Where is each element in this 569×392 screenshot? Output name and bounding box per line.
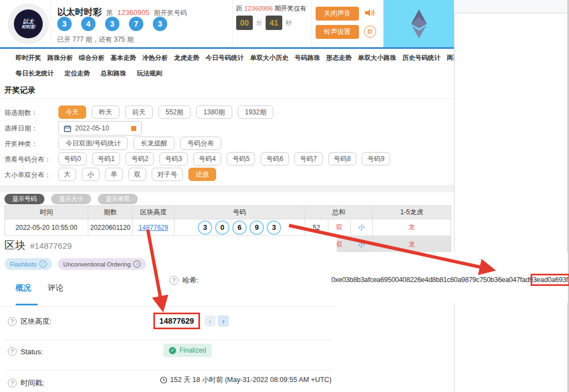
site-header: 以太 时时彩 以太时时彩 第 12360905 期开奖号码 34373 已开 7…: [0, 0, 454, 49]
nav-item[interactable]: 定位走势: [64, 69, 90, 78]
clock-icon: [160, 376, 167, 384]
col-header-dragon: 1-5龙虎: [373, 206, 451, 219]
period-pill[interactable]: 前天: [125, 105, 153, 119]
countdown-suffix: 期开奖仅有: [274, 5, 307, 12]
winning-number-ball: 3: [105, 17, 119, 31]
tab-comments[interactable]: 评论: [48, 283, 63, 293]
filter-label-type: 开奖种类：: [4, 139, 38, 149]
question-icon[interactable]: ?: [8, 379, 17, 388]
nav-item[interactable]: 形态走势: [326, 54, 352, 62]
winning-number-ball: 3: [153, 17, 167, 31]
period-pill[interactable]: 1932期: [238, 105, 274, 119]
col-header-issue: 期数: [88, 206, 133, 219]
dist-pill[interactable]: 号码7: [295, 152, 323, 165]
divider: [232, 0, 233, 47]
nav-item[interactable]: 综合分析: [79, 54, 104, 62]
period-pill[interactable]: 1380期: [196, 105, 232, 119]
show-numbers-button[interactable]: 显示号码: [4, 194, 44, 204]
cell-dragon: 龙: [373, 236, 451, 253]
col-header-sum: 总和: [305, 206, 373, 219]
dist-pill[interactable]: 号码2: [126, 152, 154, 165]
status-label-row: ? Status:: [8, 347, 43, 356]
type-pill[interactable]: 今日双面/号码统计: [58, 137, 128, 150]
nav-item[interactable]: 号码路珠: [295, 54, 320, 62]
dist-pill[interactable]: 号码0: [58, 152, 87, 165]
block-height-label-row: ? 区块高度:: [8, 316, 52, 326]
dist-pill[interactable]: 号码1: [92, 152, 121, 165]
date-picker[interactable]: 2022-05-10: [58, 121, 142, 135]
cell-sum: 52: [305, 219, 328, 236]
dist-pill[interactable]: 号码4: [193, 152, 222, 165]
question-icon[interactable]: ?: [169, 276, 178, 285]
period-pill[interactable]: 昨天: [92, 105, 119, 119]
nav-item[interactable]: 玩法规则: [137, 69, 162, 78]
next-block-button[interactable]: ›: [218, 315, 229, 326]
flashbots-badge-label: Flashbots: [10, 261, 37, 268]
bigsmall-pill[interactable]: 单: [105, 168, 123, 181]
timestamp-value: 152 天 18 小时前 (May-31-2022 08:09:55 AM +U…: [170, 375, 332, 385]
nav-item[interactable]: 单双大小历史: [250, 54, 288, 62]
dist-pill[interactable]: 号码5: [227, 152, 255, 165]
speaker-icon[interactable]: [364, 7, 375, 18]
cell-dual: 双: [328, 219, 351, 236]
type-pill[interactable]: 号码分布: [180, 137, 221, 150]
question-icon[interactable]: ?: [8, 317, 17, 326]
logo-text-2: 时时彩: [22, 24, 35, 29]
period-pill-active[interactable]: 今天: [58, 105, 86, 119]
filter-label-date: 选择日期：: [4, 124, 38, 133]
filter-label-dist: 查看号码分布：: [4, 155, 51, 164]
countdown-seconds: 41: [266, 16, 282, 30]
status-badge: ✓ Finalized: [163, 344, 212, 357]
active-tab-underline: [16, 304, 38, 305]
view-mode-button[interactable]: 显示大小: [51, 194, 91, 204]
nav-item[interactable]: 龙虎走势: [174, 54, 199, 62]
badge-row: Flashbots i Unconventional Ordering i: [4, 258, 146, 270]
cell-issue: 20220601120: [88, 219, 133, 236]
countdown-timer: 00 分 41 秒: [236, 16, 292, 30]
type-pill[interactable]: 长龙提醒: [133, 137, 174, 150]
nav-item[interactable]: 总和路珠: [101, 69, 126, 78]
period-pill[interactable]: 552期: [158, 105, 191, 119]
ringtone-settings-button[interactable]: 铃声设置: [316, 25, 359, 39]
winning-numbers: 34373: [57, 17, 167, 31]
question-icon[interactable]: ?: [8, 347, 17, 356]
view-mode-buttons: 显示号码 显示大小显示单双: [4, 194, 138, 204]
date-marker: [131, 126, 136, 131]
nav-row-1: 即时开奖路珠分析综合分析基本走势冷热分析龙虎走势今日号码统计单双大小历史号码路珠…: [16, 54, 453, 62]
previous-block-button[interactable]: ‹: [204, 315, 216, 326]
logo-text-1: 以太: [23, 18, 34, 24]
info-icon[interactable]: i: [133, 260, 141, 268]
bigsmall-pill[interactable]: 大: [58, 168, 76, 181]
divider: [51, 0, 51, 47]
nav-item[interactable]: 每日长龙统计: [16, 69, 54, 78]
dist-pill[interactable]: 号码8: [328, 152, 357, 165]
dist-pill[interactable]: 号码3: [159, 152, 188, 165]
bigsmall-pill[interactable]: 小: [82, 168, 99, 181]
nav-item[interactable]: 今日号码统计: [206, 54, 244, 62]
dist-pill[interactable]: 号码6: [261, 152, 289, 165]
nav-item[interactable]: 即时开奖: [16, 54, 41, 62]
dist-pill[interactable]: 号码9: [362, 152, 390, 165]
cell-size: 小: [351, 236, 373, 253]
info-icon[interactable]: i: [39, 260, 47, 268]
nav-item[interactable]: 冷热分析: [142, 54, 168, 62]
nav-item[interactable]: 路珠分析: [47, 54, 73, 62]
hash-prefix: 0xe03b8b3afcea69500408226e4d8b81c60a9879…: [331, 276, 533, 284]
bigsmall-pill[interactable]: 双: [128, 168, 146, 181]
cell-dragon: 龙: [373, 219, 451, 236]
nav-item[interactable]: 历史号码统计: [402, 54, 441, 62]
bigsmall-pill[interactable]: 对子号: [152, 168, 183, 181]
unconventional-ordering-badge[interactable]: Unconventional Ordering i: [58, 258, 147, 270]
cell-block-link[interactable]: 14877629: [133, 219, 174, 236]
nav-item[interactable]: 单双大小路珠: [358, 54, 396, 62]
flashbots-badge[interactable]: Flashbots i: [4, 258, 52, 270]
mute-sound-button[interactable]: 关闭声音: [316, 7, 359, 21]
ringtone-mode-icon[interactable]: 默: [364, 26, 376, 38]
block-height-link[interactable]: 14877629: [138, 224, 168, 232]
nav-item[interactable]: 基本走势: [111, 54, 136, 62]
type-filter-group: 今日双面/号码统计长龙提醒号码分布: [58, 137, 221, 150]
tab-overview[interactable]: 概况: [16, 283, 31, 293]
reset-pill[interactable]: 还原: [188, 168, 216, 181]
view-mode-button[interactable]: 显示单双: [98, 194, 138, 204]
block-number: #14877629: [30, 241, 72, 250]
